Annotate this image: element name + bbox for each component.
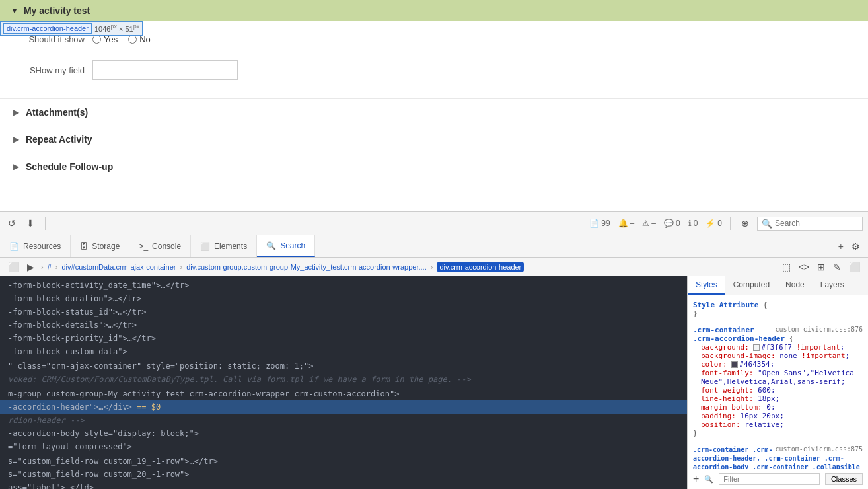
breadcrumb-accordion-header[interactable]: div.crm-accordion-header xyxy=(437,262,524,272)
code-line-8: " class="crm-ajax-container" style="posi… xyxy=(0,359,687,373)
devtools-bottom: -form-block-activity_date_time">…</tr> -… xyxy=(0,276,868,489)
arrow-icon-schedule: ▶ xyxy=(13,162,19,171)
stat-info: ℹ 0 xyxy=(688,219,698,228)
search-input[interactable] xyxy=(775,219,858,228)
classes-button[interactable]: Classes xyxy=(825,473,863,485)
style-prop-background: background: #f3f6f7 !important; xyxy=(693,343,863,352)
tab-console[interactable]: >_ Console xyxy=(129,235,191,257)
accordion-title: My activity test xyxy=(24,5,90,16)
add-tab-button[interactable]: + xyxy=(836,240,846,253)
download-button[interactable]: ⬇ xyxy=(24,215,37,231)
breadcrumb-root[interactable]: # xyxy=(48,263,52,271)
resources-icon: 📄 xyxy=(9,242,19,251)
pages-icon: 📄 xyxy=(589,219,599,228)
code-line-17: s="custom_field-row custom_19_-1-row">…<… xyxy=(0,455,687,468)
breadcrumb-bar: ⬜ ▶ › # › div#customData.crm-ajax-contai… xyxy=(0,258,868,276)
toolbar-search[interactable]: 🔍 xyxy=(757,217,863,231)
section-title-repeat: Repeat Activity xyxy=(26,134,92,145)
styles-tab-node[interactable]: Node xyxy=(778,276,813,295)
search-icon: 🔍 xyxy=(762,219,772,229)
filter-icon: 🔍 xyxy=(704,475,713,484)
section-attachments[interactable]: ▶ Attachment(s) xyxy=(0,98,868,126)
style-source-1[interactable]: custom-civicrm.css:876 xyxy=(776,326,863,333)
style-rule-1-header: custom-civicrm.css:876 .crm-container .c… xyxy=(693,326,863,343)
styles-tab-styles[interactable]: Styles xyxy=(688,276,725,295)
add-style-button[interactable]: + xyxy=(693,473,699,485)
tab-search[interactable]: 🔍 Search xyxy=(257,235,315,257)
tab-storage[interactable]: 🗄 Storage xyxy=(71,235,129,257)
style-prop-font-weight: font-weight: 600; xyxy=(693,386,863,395)
style-selector-1: .crm-container .crm-accordion-header xyxy=(693,326,785,343)
radio-yes-label[interactable]: Yes xyxy=(92,34,118,44)
storage-icon: 🗄 xyxy=(80,242,88,251)
breadcrumb-custom-group[interactable]: div.custom-group.custom-group-My_activit… xyxy=(186,263,427,271)
refresh-button[interactable]: ↺ xyxy=(5,215,18,231)
warn2-val: – xyxy=(651,219,656,228)
devtools-tabs: 📄 Resources 🗄 Storage >_ Console ⬜ Eleme… xyxy=(0,235,868,258)
code-line-14: -accordion-body style="display: block;"> xyxy=(0,427,687,440)
breadcrumb-action-4[interactable]: ✎ xyxy=(830,260,844,274)
section-title-attachments: Attachment(s) xyxy=(26,107,88,118)
msg-count: 0 xyxy=(676,219,680,228)
styles-tab-computed[interactable]: Computed xyxy=(725,276,778,295)
breadcrumb-sep-1: › xyxy=(55,263,58,271)
styles-tabs: Styles Computed Node Layers xyxy=(688,276,868,295)
style-selector-attribute: Style Attribute { xyxy=(693,301,863,309)
section-repeat-activity[interactable]: ▶ Repeat Activity xyxy=(0,126,868,153)
chevron-down-icon: ▼ xyxy=(11,6,18,15)
settings-button[interactable]: ⚙ xyxy=(849,240,863,253)
warn1-val: – xyxy=(630,219,635,228)
code-line-11: m-group custom-group-My_activity_test cr… xyxy=(0,387,687,400)
show-my-field-input[interactable] xyxy=(92,60,238,80)
tab-spacer xyxy=(315,235,830,257)
code-line-1: -form-block-activity_date_time">…</tr> xyxy=(0,279,687,292)
breadcrumb-forward-button[interactable]: ▶ xyxy=(24,260,37,274)
section-schedule-followup[interactable]: ▶ Schedule Follow-up xyxy=(0,153,868,180)
section-title-schedule: Schedule Follow-up xyxy=(26,161,113,172)
crosshair-button[interactable]: ⊕ xyxy=(739,215,752,231)
breadcrumb-action-5[interactable]: ⬜ xyxy=(846,260,863,274)
tab-resources[interactable]: 📄 Resources xyxy=(0,235,71,257)
style-prop-bg-image: background-image: none !important; xyxy=(693,352,863,360)
style-brace-close-attr: } xyxy=(693,309,863,318)
style-prop-line-height: line-height: 18px; xyxy=(693,395,863,403)
style-rule-1-close: } xyxy=(693,429,863,437)
stat-warn1: 🔔 – xyxy=(618,219,635,228)
breadcrumb-action-2[interactable]: <> xyxy=(796,260,812,274)
breadcrumb-action-1[interactable]: ⬚ xyxy=(779,260,793,274)
tab-elements[interactable]: ⬜ Elements xyxy=(191,235,257,257)
tab-resources-label: Resources xyxy=(23,242,61,251)
styles-content: Style Attribute { } custom-civicrm.css:8… xyxy=(688,295,868,469)
breadcrumb-action-3[interactable]: ⊞ xyxy=(814,260,828,274)
console-icon: >_ xyxy=(139,242,148,251)
accordion-header[interactable]: ▼ My activity test xyxy=(0,0,868,21)
breadcrumb-sep-2: › xyxy=(180,263,182,271)
code-line-12-selected[interactable]: -accordion-header">…</div> == $0 xyxy=(0,400,687,414)
radio-no[interactable] xyxy=(128,35,137,44)
stat-pages: 📄 99 xyxy=(589,219,610,228)
style-rule-attribute: Style Attribute { } xyxy=(693,301,863,318)
code-line-13: rdion-header --> xyxy=(0,414,687,427)
search-tab-icon: 🔍 xyxy=(266,241,276,250)
code-line-15: ="form-layout-compressed"> xyxy=(0,440,687,453)
error-icon: ⚡ xyxy=(705,219,715,228)
bell-icon: 🔔 xyxy=(618,219,628,228)
breadcrumb-custom-data[interactable]: div#customData.crm-ajax-container xyxy=(61,263,176,271)
error-count: 0 xyxy=(717,219,722,228)
styles-tab-layers[interactable]: Layers xyxy=(813,276,852,295)
pages-count: 99 xyxy=(601,219,610,228)
html-panel[interactable]: -form-block-activity_date_time">…</tr> -… xyxy=(0,276,687,489)
toolbar-separator-2 xyxy=(730,217,731,230)
breadcrumb-back-button[interactable]: ⬜ xyxy=(5,260,22,274)
info-icon: ℹ xyxy=(688,219,692,228)
radio-yes[interactable] xyxy=(92,35,101,44)
filter-input[interactable] xyxy=(719,473,820,485)
code-line-2: -form-block-duration">…</tr> xyxy=(0,292,687,305)
style-source-2[interactable]: custom-civicrm.css:875 xyxy=(776,445,863,453)
stat-errors: ⚡ 0 xyxy=(705,219,722,228)
code-line-4: -form-block-details">…</tr> xyxy=(0,319,687,332)
style-rule-1: custom-civicrm.css:876 .crm-container .c… xyxy=(693,326,863,437)
code-line-5: -form-block-priority_id">…</tr> xyxy=(0,332,687,345)
msg-icon: 💬 xyxy=(664,219,674,228)
radio-no-label[interactable]: No xyxy=(128,34,151,44)
